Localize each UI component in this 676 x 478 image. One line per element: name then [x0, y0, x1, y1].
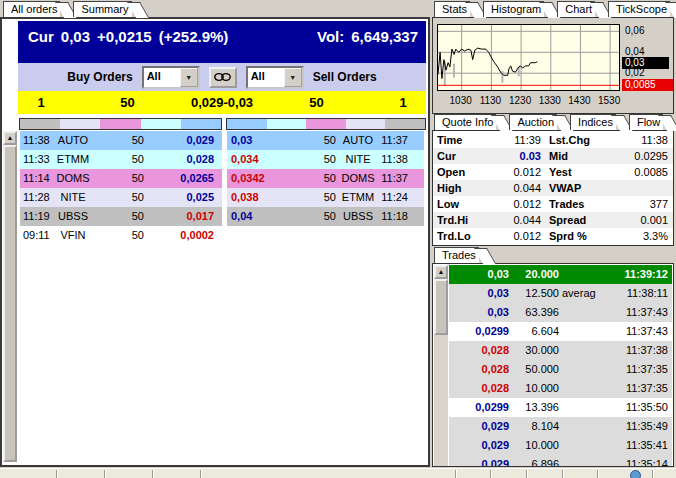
tab-flow[interactable]: Flow — [629, 114, 663, 130]
quote-field-label: Mid — [541, 148, 599, 164]
best-bid-price: 0,029 — [191, 95, 224, 110]
buy-order-row[interactable]: 11:33 ETMM 50 0,028 — [20, 150, 222, 169]
trade-row[interactable]: 0,03 12.500 averag 11:38:11 — [449, 284, 672, 303]
buy-order-row[interactable]: 11:19 UBSS 50 0,017 — [20, 207, 222, 226]
market-maker: AUTO — [340, 131, 376, 150]
tab-indices[interactable]: Indices — [570, 114, 616, 130]
quote-field-value: 0.001 — [599, 212, 673, 228]
trade-quantity: 20.000 — [509, 265, 559, 284]
tab-histogram[interactable]: Histogram — [483, 1, 544, 17]
trade-price: 0,0299 — [449, 322, 509, 341]
buy-filter-value: All — [144, 68, 180, 87]
scrollbar-thumb[interactable] — [434, 279, 448, 335]
quote-info-row: Time 11:39 Lst.Chg 11:38 — [433, 132, 673, 148]
buy-orders-table: 11:38 AUTO 50 0,029 11:33 ETMM 50 0,028 … — [20, 131, 222, 245]
price-chart-plot — [437, 24, 620, 91]
trade-row[interactable]: 0,028 50.000 11:37:35 — [449, 360, 672, 379]
tab-trades[interactable]: Trades — [434, 247, 479, 263]
best-prices: 0,029 - 0,03 — [191, 95, 253, 110]
chevron-down-icon[interactable]: ▼ — [284, 68, 302, 87]
link-sides-button[interactable] — [209, 67, 237, 88]
tab-chart[interactable]: Chart — [557, 1, 595, 17]
trade-row[interactable]: 0,028 30.000 11:37:38 — [449, 341, 672, 360]
sell-orders-filter-select[interactable]: All ▼ — [246, 66, 304, 89]
buy-order-row[interactable]: 11:14 DOMS 50 0,0265 — [20, 169, 222, 188]
status-separator — [526, 470, 527, 478]
cur-price: 0,03 — [61, 28, 90, 45]
chevron-down-icon[interactable]: ▼ — [180, 68, 198, 87]
order-time: 11:38 — [376, 150, 408, 169]
buy-order-row[interactable]: 09:11 VFIN 50 0,0002 — [20, 226, 222, 245]
quote-info-row: Trd.Hi 0.044 Spread 0.001 — [433, 212, 673, 228]
quote-field-value: 0.012 — [483, 164, 541, 180]
buy-order-row[interactable]: 11:28 NITE 50 0,025 — [20, 188, 222, 207]
trade-row[interactable]: 0,029 8.104 11:35:49 — [449, 417, 672, 436]
order-time: 11:37 — [376, 131, 408, 150]
trade-row[interactable]: 0,0299 13.396 11:35:50 — [449, 398, 672, 417]
tab-tickscope[interactable]: TickScope — [608, 1, 670, 17]
tab-auction[interactable]: Auction — [509, 114, 557, 130]
sell-order-row[interactable]: 0,038 50 ETMM 11:24 — [227, 188, 424, 207]
buy-depth-legend — [19, 118, 222, 130]
legend-color-segment — [20, 119, 60, 129]
status-separator — [200, 470, 201, 478]
quote-info-panel: Time 11:39 Lst.Chg 11:38 Cur 0.03 Mid 0.… — [432, 130, 674, 246]
sell-order-row[interactable]: 0,03 50 AUTO 11:37 — [227, 131, 424, 150]
trade-row[interactable]: 0,029 10.000 11:35:41 — [449, 436, 672, 455]
order-time: 11:37 — [376, 169, 408, 188]
trade-flag — [559, 398, 598, 417]
order-size: 50 — [293, 188, 336, 207]
order-price: 0,0002 — [144, 226, 222, 245]
tab-label: Quote Info — [442, 116, 493, 128]
tab-all-orders[interactable]: All orders — [3, 1, 60, 17]
scrollbar-thumb[interactable] — [3, 145, 17, 462]
order-book-scrollbar[interactable]: ▲ — [3, 131, 17, 462]
order-size: 50 — [293, 150, 336, 169]
connection-globe-icon[interactable] — [630, 470, 641, 478]
scrollbar-track[interactable] — [434, 335, 448, 466]
quote-field-label: VWAP — [541, 180, 599, 196]
trades-table: 0,03 20.000 11:39:12 0,03 12.500 averag … — [449, 265, 672, 466]
trade-price: 0,03 — [449, 303, 509, 322]
chart-panel: 103011301230133014301530 0,060,040,030,0… — [432, 17, 674, 114]
trade-flag: averag — [559, 284, 598, 303]
trade-row[interactable]: 0,03 20.000 11:39:12 — [449, 265, 672, 284]
trade-row[interactable]: 0,0299 6.604 11:37:43 — [449, 322, 672, 341]
scroll-up-button[interactable]: ▲ — [434, 265, 448, 279]
order-price: 0,029 — [144, 131, 222, 150]
trade-quantity: 6.604 — [509, 322, 559, 341]
trade-row[interactable]: 0,029 6.896 11:35:14 — [449, 455, 672, 466]
legend-color-segment — [306, 119, 346, 129]
x-axis-tick-label: 1130 — [475, 95, 505, 106]
price-change-pct: (+252.9%) — [159, 28, 229, 45]
tab-label: Stats — [442, 3, 467, 15]
quote-field-label: Open — [433, 164, 483, 180]
trades-scrollbar[interactable]: ▲ — [434, 265, 448, 466]
buy-order-row[interactable]: 11:38 AUTO 50 0,029 — [20, 131, 222, 150]
market-maker: NITE — [340, 150, 376, 169]
legend-color-segment — [267, 119, 307, 129]
tab-quote-info[interactable]: Quote Info — [434, 114, 496, 130]
trade-row[interactable]: 0,03 63.396 11:37:43 — [449, 303, 672, 322]
order-price: 0,04 — [227, 207, 293, 226]
sell-order-row[interactable]: 0,04 50 UBSS 11:18 — [227, 207, 424, 226]
tab-stats[interactable]: Stats — [434, 1, 470, 17]
tab-summary[interactable]: Summary — [73, 1, 131, 17]
scroll-up-button[interactable]: ▲ — [3, 131, 17, 145]
trade-flag — [559, 436, 598, 455]
sell-orders-label: Sell Orders — [313, 70, 377, 84]
quote-info-row: Trd.Lo 0.012 Sprd % 3.3% — [433, 228, 673, 244]
buy-orders-filter-select[interactable]: All ▼ — [142, 66, 200, 89]
order-size: 50 — [93, 150, 144, 169]
market-maker: UBSS — [340, 207, 376, 226]
sell-order-row[interactable]: 0,034 50 NITE 11:38 — [227, 150, 424, 169]
trade-time: 11:35:41 — [598, 436, 672, 455]
sell-order-row[interactable]: 0,0342 50 DOMS 11:37 — [227, 169, 424, 188]
x-axis-tick-label: 1430 — [564, 95, 594, 106]
order-size: 50 — [93, 188, 144, 207]
trades-tabs: Trades — [434, 247, 492, 263]
trade-row[interactable]: 0,028 10.000 11:37:35 — [449, 379, 672, 398]
quote-info-row: High 0.044 VWAP — [433, 180, 673, 196]
order-price: 0,038 — [227, 188, 293, 207]
order-size: 50 — [93, 131, 144, 150]
